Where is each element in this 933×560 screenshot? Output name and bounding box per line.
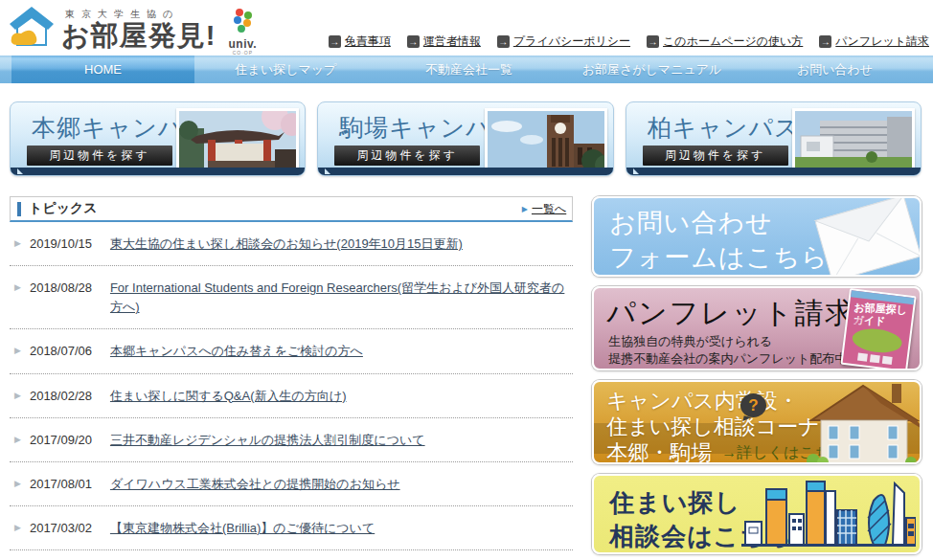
komaba-search-button[interactable]: 周辺物件を探す (334, 146, 480, 166)
topics-more-link[interactable]: ▶ 一覧へ (522, 197, 566, 220)
news-link[interactable]: 東大生協の住まい探し相談会のお知らせ(2019年10月15日更新) (110, 235, 463, 254)
contact-form-banner[interactable]: お問い合わせ フォームはこちら (592, 196, 922, 277)
arrow-right-icon: → (647, 35, 659, 48)
nav-housing-map[interactable]: 住まい探しマップ (194, 56, 377, 83)
nav-room-manual[interactable]: お部屋さがしマニュアル (560, 56, 743, 83)
triangle-right-icon: ▶ (14, 522, 21, 535)
news-row: ▶ 2017/08/01 ダイワハウス工業株式会社との提携開始のお知らせ (10, 462, 573, 506)
arrow-right-icon: → (819, 35, 831, 48)
hongo-campus-photo (176, 108, 299, 171)
triangle-right-icon: ▶ (14, 390, 21, 403)
triangle-right-icon: ▶ (14, 237, 21, 251)
news-date: 2018/07/06 (30, 342, 110, 361)
news-row: ▶ 2017/03/02 【東京建物株式会社(Brillia)】のご優待について (10, 506, 573, 550)
envelope-icon (803, 196, 922, 277)
nav-contact[interactable]: お問い合わせ (743, 56, 926, 83)
news-link[interactable]: 三井不動産レジデンシャルの提携法人割引制度について (110, 431, 425, 450)
coop-sub-text: CO·OP (221, 50, 263, 56)
news-row: ▶ 2018/07/06 本郷キャンパスへの住み替えをご検討の方へ (10, 329, 573, 373)
arrow-right-icon: → (329, 35, 341, 48)
topics-accent-bar (17, 202, 21, 216)
pamphlet-banner-desc: 生協独自の特典が受けられる (608, 333, 772, 350)
campus-banner-row: 本郷キャンパス 周辺物件を探す (10, 101, 922, 176)
triangle-right-icon: ▶ (14, 434, 21, 447)
site-title: お部屋発見! (61, 21, 216, 52)
pamphlet-banner-title: パンフレット請求 (606, 294, 855, 333)
site-logo[interactable]: 東京大学生協の お部屋発見! univ. CO·OP (8, 5, 263, 56)
news-date: 2018/08/28 (30, 279, 110, 298)
hongo-search-button[interactable]: 周辺物件を探す (27, 146, 172, 166)
page: 東京大学生協の お部屋発見! univ. CO·OP → 免責事項 (0, 0, 933, 560)
logo-tagline: 東京大学生協の (65, 8, 216, 21)
banner-bottom-strip (318, 168, 612, 175)
contact-banner-text: お問い合わせ フォームはこちら (609, 207, 828, 276)
main-nav: HOME 住まい探しマップ 不動産会社一覧 お部屋さがしマニュアル お問い合わせ (0, 56, 933, 83)
news-link[interactable]: 本郷キャンパスへの住み替えをご検討の方へ (110, 342, 363, 361)
question-bubble-icon: ? (740, 393, 766, 417)
house-logo-icon (8, 5, 56, 49)
city-skyline-illustration (741, 474, 916, 549)
topics-title: トピックス (29, 200, 98, 217)
coop-univ-text: univ. (221, 38, 263, 50)
consult-line1: キャンパス内常設・ (606, 387, 799, 415)
link-privacy-policy[interactable]: → プライバシーポリシー (497, 34, 630, 50)
arrow-right-icon: → (407, 35, 420, 48)
news-row: ▶ 2017/09/20 三井不動産レジデンシャルの提携法人割引制度について (10, 418, 573, 462)
logo-text: 東京大学生協の お部屋発見! (61, 5, 216, 52)
news-date: 2017/09/20 (30, 431, 110, 450)
topics-header: トピックス ▶ 一覧へ (10, 196, 573, 222)
utility-links: → 免責事項 → 運営者情報 → プライバシーポリシー → このホームページの使… (329, 34, 929, 50)
news-date: 2017/03/02 (30, 519, 110, 538)
coop-logo: univ. CO·OP (221, 5, 263, 56)
komaba-campus-banner[interactable]: 駒場キャンパス 周辺物件を探す (317, 101, 613, 176)
news-link[interactable]: 住まい探しに関するQ&A(新入生の方向け) (110, 387, 347, 406)
link-disclaimer[interactable]: → 免責事項 (329, 34, 391, 50)
corner-arrow-icon (17, 168, 23, 174)
site-header: 東京大学生協の お部屋発見! univ. CO·OP → 免責事項 (0, 0, 933, 56)
banner-bottom-strip (626, 168, 921, 175)
triangle-right-icon: ▶ (14, 281, 21, 295)
news-row: ▶ 2019/10/15 東大生協の住まい探し相談会のお知らせ(2019年10月… (10, 222, 573, 266)
link-how-to-use[interactable]: → このホームページの使い方 (647, 34, 803, 50)
news-row: ▶ 2016/08/10 大学院進学をお考えの方へ (10, 550, 573, 560)
topics-section: トピックス ▶ 一覧へ ▶ 2019/10/15 東大生協の住まい探し相談会のお… (10, 196, 573, 560)
corner-arrow-icon (325, 168, 330, 174)
komaba-campus-photo (485, 108, 607, 171)
nav-home[interactable]: HOME (11, 56, 194, 83)
triangle-right-icon: ▶ (522, 205, 528, 213)
hongo-campus-banner[interactable]: 本郷キャンパス 周辺物件を探す (10, 101, 306, 176)
corner-arrow-icon (633, 168, 639, 174)
triangle-right-icon: ▶ (14, 478, 21, 491)
link-pamphlet-request[interactable]: → パンフレット請求 (819, 34, 929, 50)
kashiwa-campus-title: 柏キャンパス (648, 112, 800, 144)
kashiwa-campus-photo (792, 108, 915, 171)
content: トピックス ▶ 一覧へ ▶ 2019/10/15 東大生協の住まい探し相談会のお… (10, 196, 922, 560)
pamphlet-banner-desc: 提携不動産会社の案内パンフレット配布中。 (608, 350, 859, 368)
news-list: ▶ 2019/10/15 東大生協の住まい探し相談会のお知らせ(2019年10月… (10, 222, 573, 560)
kashiwa-search-button[interactable]: 周辺物件を探す (643, 146, 788, 166)
link-operator-info[interactable]: → 運営者情報 (407, 34, 481, 50)
news-link[interactable]: ダイワハウス工業株式会社との提携開始のお知らせ (110, 475, 400, 494)
nav-agency-list[interactable]: 不動産会社一覧 (377, 56, 560, 83)
news-row: ▶ 2018/08/28 For International Students … (10, 266, 573, 329)
house-illustration (804, 380, 922, 464)
news-date: 2018/02/28 (30, 387, 110, 406)
pamphlet-booklet-image: お部屋探し ガイド (840, 288, 916, 370)
sidebar: お問い合わせ フォームはこちら パンフレット請求 生協独自の特典が受けられる 提… (592, 196, 922, 560)
consult-corner-banner[interactable]: キャンパス内常設・ 住まい探し相談コーナー 本郷・駒場→詳しくはこちら ? (592, 380, 922, 464)
kashiwa-campus-banner[interactable]: 柏キャンパス 周辺物件を探す (626, 101, 922, 176)
banner-bottom-strip (11, 168, 305, 175)
coop-circles-icon (228, 9, 257, 34)
housing-seminar-banner[interactable]: 住まい探し 相談会はこちら (592, 474, 922, 554)
triangle-right-icon: ▶ (14, 345, 21, 358)
pamphlet-request-banner[interactable]: パンフレット請求 生協独自の特典が受けられる 提携不動産会社の案内パンフレット配… (592, 286, 922, 370)
news-link[interactable]: For International Students and Foreign R… (110, 279, 573, 317)
news-link[interactable]: 【東京建物株式会社(Brillia)】のご優待について (110, 519, 375, 538)
news-date: 2019/10/15 (30, 235, 110, 254)
arrow-right-icon: → (497, 35, 510, 48)
news-date: 2017/08/01 (30, 475, 110, 494)
news-row: ▶ 2018/02/28 住まい探しに関するQ&A(新入生の方向け) (10, 374, 573, 418)
